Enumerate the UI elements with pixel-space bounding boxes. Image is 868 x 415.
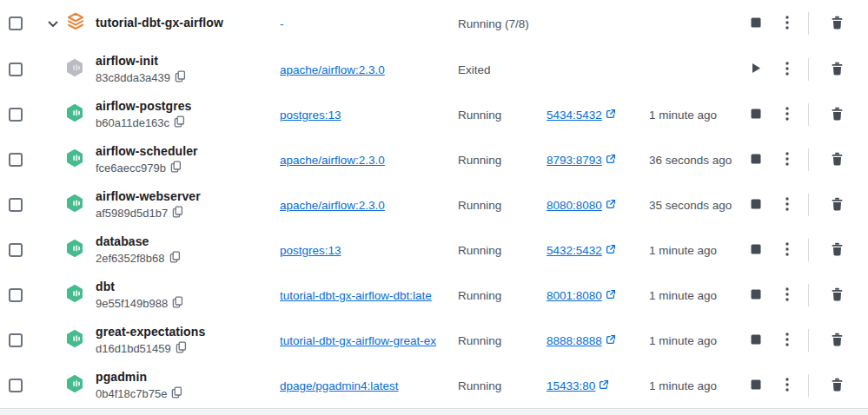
row-checkbox[interactable]: [9, 333, 23, 347]
container-icon: [64, 283, 85, 307]
delete-button[interactable]: [827, 12, 847, 36]
copy-id-button[interactable]: [175, 70, 186, 85]
port-link[interactable]: 15433:80: [547, 379, 609, 392]
delete-button[interactable]: [827, 103, 847, 127]
image-link[interactable]: postgres:13: [280, 109, 341, 122]
stop-start-button[interactable]: [747, 195, 765, 215]
expand-toggle[interactable]: [42, 16, 64, 31]
delete-button[interactable]: [827, 329, 847, 352]
stop-start-button[interactable]: [747, 331, 765, 351]
image-link[interactable]: apache/airflow:2.3.0: [280, 63, 385, 76]
port-link[interactable]: 5434:5432: [547, 109, 616, 122]
checkbox-cell: [9, 63, 42, 76]
stop-start-button[interactable]: [747, 105, 765, 125]
copy-id-button[interactable]: [169, 251, 181, 266]
trash-icon: [831, 107, 844, 123]
image-link[interactable]: apache/airflow:2.3.0: [280, 199, 385, 212]
checkbox-cell: [9, 108, 42, 122]
copy-id-button[interactable]: [174, 115, 185, 130]
row-checkbox[interactable]: [9, 379, 23, 392]
copy-id-button[interactable]: [172, 206, 183, 221]
checkbox-cell: [9, 288, 42, 302]
image-cell: apache/airflow:2.3.0: [280, 154, 458, 167]
stop-start-button[interactable]: [747, 150, 765, 170]
delete-button[interactable]: [827, 148, 847, 172]
type-icon-cell: [64, 283, 96, 307]
port-link[interactable]: 8001:8080: [547, 289, 616, 302]
row-checkbox[interactable]: [9, 288, 23, 302]
actions-divider: [808, 284, 809, 306]
kebab-menu-icon: [785, 378, 789, 394]
trash-icon: [831, 197, 844, 214]
port-link[interactable]: 8080:8080: [547, 199, 616, 212]
stop-icon: [751, 289, 761, 302]
stop-start-button[interactable]: [747, 14, 765, 34]
actions-divider: [808, 374, 809, 397]
container-icon: [64, 238, 85, 262]
stop-icon: [751, 199, 761, 212]
image-link[interactable]: postgres:13: [280, 244, 341, 257]
delete-button[interactable]: [827, 239, 847, 262]
menu-cell: [772, 103, 803, 127]
row-actions-menu-button[interactable]: [782, 148, 792, 172]
external-link-icon: [606, 334, 616, 347]
row-checkbox[interactable]: [9, 108, 23, 122]
delete-button[interactable]: [827, 194, 847, 217]
container-row[interactable]: airflow-webserver af5989d5d1b7 apache/ai…: [0, 182, 868, 227]
stop-start-button[interactable]: [747, 59, 765, 80]
port-text: 15433:80: [547, 379, 595, 392]
port-link[interactable]: 5432:5432: [547, 244, 616, 257]
menu-cell: [772, 284, 803, 307]
container-row[interactable]: great-expectations d16d1bd51459 tutorial…: [0, 318, 868, 363]
row-actions-menu-button[interactable]: [782, 239, 792, 262]
stop-icon: [751, 244, 761, 257]
container-row[interactable]: airflow-init 83c8dda3a439 apache/airflow…: [0, 47, 868, 92]
image-link[interactable]: tutorial-dbt-gx-airflow-great-ex: [280, 334, 436, 347]
row-checkbox[interactable]: [9, 16, 23, 30]
port-link[interactable]: 8793:8793: [547, 154, 616, 167]
primary-action-cell: [740, 105, 772, 125]
row-checkbox[interactable]: [9, 153, 23, 167]
row-actions-menu-button[interactable]: [782, 12, 792, 36]
copy-id-button[interactable]: [172, 296, 183, 311]
row-actions-menu-button[interactable]: [782, 284, 792, 307]
delete-button[interactable]: [827, 374, 847, 398]
copy-id-button[interactable]: [171, 386, 182, 401]
copy-id-button[interactable]: [176, 341, 187, 356]
copy-id-button[interactable]: [170, 161, 182, 175]
delete-button[interactable]: [827, 58, 847, 82]
delete-button[interactable]: [827, 284, 847, 307]
status-text: Running: [458, 199, 547, 212]
delete-cell: [815, 148, 858, 172]
trash-icon: [831, 62, 844, 78]
row-checkbox[interactable]: [9, 63, 23, 76]
kebab-menu-icon: [785, 62, 789, 78]
container-name: airflow-init: [96, 54, 273, 69]
row-actions-menu-button[interactable]: [782, 103, 792, 127]
ports-cell: 5432:5432: [547, 244, 649, 257]
delete-cell: [815, 329, 858, 352]
stop-start-button[interactable]: [747, 286, 765, 306]
row-actions-menu-button[interactable]: [782, 194, 792, 217]
row-checkbox[interactable]: [9, 243, 23, 257]
container-row[interactable]: pgadmin 0b4f18c7b75e dpage/pgadmin4:late…: [0, 363, 868, 408]
container-row[interactable]: airflow-postgres b60a11de163c postgres:1…: [0, 92, 868, 137]
row-checkbox[interactable]: [9, 198, 23, 212]
port-link[interactable]: 8888:8888: [547, 334, 616, 347]
stop-start-button[interactable]: [747, 376, 765, 396]
container-row[interactable]: database 2ef6352f8b68 postgres:13 Runnin…: [0, 227, 868, 273]
external-link-icon: [606, 109, 616, 122]
image-link[interactable]: apache/airflow:2.3.0: [280, 154, 385, 167]
container-row[interactable]: airflow-scheduler fce6aecc979b apache/ai…: [0, 137, 868, 182]
container-row[interactable]: dbt 9e55f149b988 tutorial-dbt-gx-airflow…: [0, 273, 868, 318]
row-actions-menu-button[interactable]: [782, 58, 792, 82]
container-name: dbt: [96, 280, 273, 295]
image-link[interactable]: tutorial-dbt-gx-airflow-dbt:late: [280, 289, 432, 302]
container-row[interactable]: tutorial-dbt-gx-airflow - Running (7/8): [0, 0, 868, 47]
row-actions-menu-button[interactable]: [782, 374, 792, 398]
row-actions-menu-button[interactable]: [782, 329, 792, 352]
image-link[interactable]: dpage/pgadmin4:latest: [280, 379, 399, 392]
port-text: 5434:5432: [547, 109, 602, 122]
stop-start-button[interactable]: [747, 240, 765, 260]
footer-strip: [0, 408, 868, 415]
